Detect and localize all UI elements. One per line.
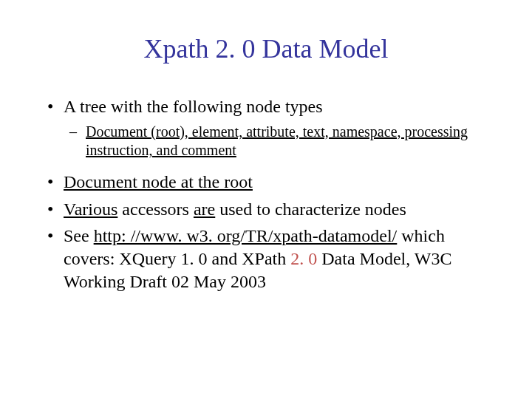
bullet-item: Document node at the root (44, 171, 488, 194)
slide-title: Xpath 2. 0 Data Model (44, 33, 488, 64)
bullet-text-part: Various (64, 200, 117, 219)
bullet-text-part: See (64, 226, 94, 245)
sub-bullet-item: Document (root), element, attribute, tex… (44, 123, 488, 160)
bullet-text: A tree with the following node types (64, 97, 323, 116)
bullet-text: Document node at the root (64, 172, 253, 191)
bullet-text-part: used to characterize nodes (215, 200, 406, 219)
bullet-item: A tree with the following node types (44, 95, 488, 118)
bullet-item: See http: //www. w3. org/TR/xpath-datamo… (44, 225, 488, 293)
url-link[interactable]: http: //www. w3. org/TR/xpath-datamodel/ (94, 226, 398, 245)
bullet-text-part: are (194, 200, 215, 219)
sub-bullet-text: Document (root), element, attribute, tex… (86, 123, 468, 159)
bullet-item: Various accessors are used to characteri… (44, 198, 488, 221)
bullet-list: A tree with the following node types Doc… (44, 95, 488, 293)
bullet-text-accent: 2. 0 (290, 249, 321, 268)
bullet-text-part: accessors (117, 200, 194, 219)
